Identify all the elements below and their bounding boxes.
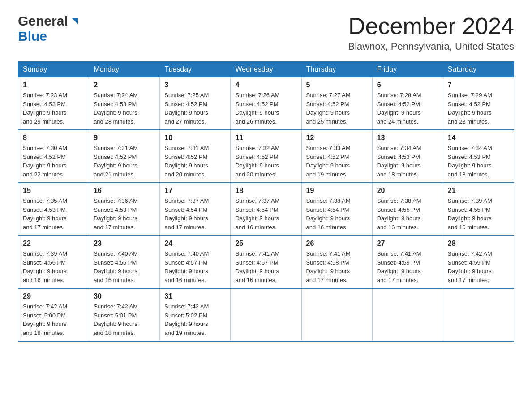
day-info: Sunrise: 7:29 AMSunset: 4:52 PMDaylight:… — [448, 91, 509, 126]
day-info: Sunrise: 7:37 AMSunset: 4:54 PMDaylight:… — [164, 197, 226, 231]
logo-general-text: General — [18, 13, 68, 29]
calendar-cell: 20 Sunrise: 7:38 AMSunset: 4:55 PMDaylig… — [372, 183, 443, 235]
day-info: Sunrise: 7:30 AMSunset: 4:52 PMDaylight:… — [23, 144, 84, 179]
page-header: General Blue December 2024 Blawnox, Penn… — [18, 13, 514, 52]
calendar-cell: 27 Sunrise: 7:41 AMSunset: 4:59 PMDaylig… — [372, 235, 443, 288]
day-number: 10 — [164, 134, 226, 142]
day-info: Sunrise: 7:41 AMSunset: 4:58 PMDaylight:… — [306, 249, 368, 284]
day-number: 16 — [94, 187, 155, 195]
day-info: Sunrise: 7:23 AMSunset: 4:53 PMDaylight:… — [23, 91, 84, 126]
day-info: Sunrise: 7:26 AMSunset: 4:52 PMDaylight:… — [235, 91, 296, 126]
day-number: 3 — [164, 81, 226, 89]
day-info: Sunrise: 7:39 AMSunset: 4:55 PMDaylight:… — [448, 197, 509, 231]
calendar-cell: 1 Sunrise: 7:23 AMSunset: 4:53 PMDayligh… — [18, 77, 89, 130]
calendar-cell: 23 Sunrise: 7:40 AMSunset: 4:56 PMDaylig… — [89, 235, 160, 288]
day-info: Sunrise: 7:32 AMSunset: 4:52 PMDaylight:… — [235, 144, 296, 179]
day-info: Sunrise: 7:40 AMSunset: 4:56 PMDaylight:… — [94, 249, 155, 284]
day-info: Sunrise: 7:42 AMSunset: 4:59 PMDaylight:… — [448, 249, 509, 284]
day-info: Sunrise: 7:33 AMSunset: 4:52 PMDaylight:… — [306, 144, 368, 179]
calendar-cell: 24 Sunrise: 7:40 AMSunset: 4:57 PMDaylig… — [160, 235, 231, 288]
calendar-table: SundayMondayTuesdayWednesdayThursdayFrid… — [18, 61, 514, 342]
day-info: Sunrise: 7:41 AMSunset: 4:59 PMDaylight:… — [377, 249, 438, 284]
calendar-cell — [301, 288, 372, 341]
day-info: Sunrise: 7:39 AMSunset: 4:56 PMDaylight:… — [23, 249, 84, 284]
day-number: 5 — [306, 81, 368, 89]
month-title: December 2024 — [348, 13, 514, 39]
calendar-cell: 5 Sunrise: 7:27 AMSunset: 4:52 PMDayligh… — [301, 77, 372, 130]
day-number: 18 — [235, 187, 296, 195]
day-number: 22 — [23, 240, 84, 248]
calendar-cell: 29 Sunrise: 7:42 AMSunset: 5:00 PMDaylig… — [18, 288, 89, 341]
day-number: 19 — [306, 187, 368, 195]
calendar-cell: 22 Sunrise: 7:39 AMSunset: 4:56 PMDaylig… — [18, 235, 89, 288]
calendar-cell: 6 Sunrise: 7:28 AMSunset: 4:52 PMDayligh… — [372, 77, 443, 130]
day-info: Sunrise: 7:34 AMSunset: 4:53 PMDaylight:… — [448, 144, 509, 179]
title-block: December 2024 Blawnox, Pennsylvania, Uni… — [348, 13, 514, 52]
calendar-cell: 10 Sunrise: 7:31 AMSunset: 4:52 PMDaylig… — [160, 130, 231, 183]
day-number: 21 — [448, 187, 509, 195]
day-number: 9 — [94, 134, 155, 142]
day-number: 14 — [448, 134, 509, 142]
day-number: 6 — [377, 81, 438, 89]
day-number: 7 — [448, 81, 509, 89]
day-number: 25 — [235, 240, 296, 248]
week-row-5: 29 Sunrise: 7:42 AMSunset: 5:00 PMDaylig… — [18, 288, 514, 341]
day-info: Sunrise: 7:28 AMSunset: 4:52 PMDaylight:… — [377, 91, 438, 126]
day-number: 29 — [23, 292, 84, 300]
calendar-cell: 15 Sunrise: 7:35 AMSunset: 4:53 PMDaylig… — [18, 183, 89, 235]
day-info: Sunrise: 7:34 AMSunset: 4:53 PMDaylight:… — [377, 144, 438, 179]
calendar-cell: 12 Sunrise: 7:33 AMSunset: 4:52 PMDaylig… — [301, 130, 372, 183]
day-number: 15 — [23, 187, 84, 195]
calendar-cell: 25 Sunrise: 7:41 AMSunset: 4:57 PMDaylig… — [231, 235, 301, 288]
day-info: Sunrise: 7:42 AMSunset: 5:02 PMDaylight:… — [164, 302, 226, 337]
day-number: 31 — [164, 292, 226, 300]
day-info: Sunrise: 7:41 AMSunset: 4:57 PMDaylight:… — [235, 249, 296, 284]
day-info: Sunrise: 7:38 AMSunset: 4:55 PMDaylight:… — [377, 197, 438, 231]
day-info: Sunrise: 7:35 AMSunset: 4:53 PMDaylight:… — [23, 197, 84, 231]
header-row: SundayMondayTuesdayWednesdayThursdayFrid… — [18, 62, 514, 77]
calendar-cell: 31 Sunrise: 7:42 AMSunset: 5:02 PMDaylig… — [160, 288, 231, 341]
calendar-body: 1 Sunrise: 7:23 AMSunset: 4:53 PMDayligh… — [18, 77, 514, 342]
logo-arrow-icon — [70, 16, 80, 28]
day-info: Sunrise: 7:25 AMSunset: 4:52 PMDaylight:… — [164, 91, 226, 126]
logo: General Blue — [18, 13, 80, 44]
calendar-cell: 17 Sunrise: 7:37 AMSunset: 4:54 PMDaylig… — [160, 183, 231, 235]
calendar-cell: 3 Sunrise: 7:25 AMSunset: 4:52 PMDayligh… — [160, 77, 231, 130]
week-row-4: 22 Sunrise: 7:39 AMSunset: 4:56 PMDaylig… — [18, 235, 514, 288]
day-number: 26 — [306, 240, 368, 248]
calendar-cell: 28 Sunrise: 7:42 AMSunset: 4:59 PMDaylig… — [443, 235, 514, 288]
logo-blue-text: Blue — [18, 29, 47, 44]
calendar-cell: 13 Sunrise: 7:34 AMSunset: 4:53 PMDaylig… — [372, 130, 443, 183]
day-number: 13 — [377, 134, 438, 142]
day-info: Sunrise: 7:37 AMSunset: 4:54 PMDaylight:… — [235, 197, 296, 231]
header-day-saturday: Saturday — [443, 62, 514, 77]
calendar-header: SundayMondayTuesdayWednesdayThursdayFrid… — [18, 62, 514, 77]
svg-marker-0 — [72, 18, 78, 24]
day-number: 27 — [377, 240, 438, 248]
header-day-monday: Monday — [89, 62, 160, 77]
day-number: 4 — [235, 81, 296, 89]
calendar-cell: 21 Sunrise: 7:39 AMSunset: 4:55 PMDaylig… — [443, 183, 514, 235]
header-day-tuesday: Tuesday — [160, 62, 231, 77]
calendar-cell — [231, 288, 301, 341]
day-info: Sunrise: 7:36 AMSunset: 4:53 PMDaylight:… — [94, 197, 155, 231]
calendar-cell: 30 Sunrise: 7:42 AMSunset: 5:01 PMDaylig… — [89, 288, 160, 341]
day-number: 17 — [164, 187, 226, 195]
day-number: 24 — [164, 240, 226, 248]
day-info: Sunrise: 7:31 AMSunset: 4:52 PMDaylight:… — [164, 144, 226, 179]
day-info: Sunrise: 7:38 AMSunset: 4:54 PMDaylight:… — [306, 197, 368, 231]
header-day-wednesday: Wednesday — [231, 62, 301, 77]
day-info: Sunrise: 7:31 AMSunset: 4:52 PMDaylight:… — [94, 144, 155, 179]
calendar-cell: 16 Sunrise: 7:36 AMSunset: 4:53 PMDaylig… — [89, 183, 160, 235]
day-number: 28 — [448, 240, 509, 248]
day-info: Sunrise: 7:40 AMSunset: 4:57 PMDaylight:… — [164, 249, 226, 284]
day-number: 30 — [94, 292, 155, 300]
calendar-cell: 2 Sunrise: 7:24 AMSunset: 4:53 PMDayligh… — [89, 77, 160, 130]
calendar-cell: 7 Sunrise: 7:29 AMSunset: 4:52 PMDayligh… — [443, 77, 514, 130]
calendar-cell — [372, 288, 443, 341]
day-number: 8 — [23, 134, 84, 142]
calendar-cell: 18 Sunrise: 7:37 AMSunset: 4:54 PMDaylig… — [231, 183, 301, 235]
week-row-2: 8 Sunrise: 7:30 AMSunset: 4:52 PMDayligh… — [18, 130, 514, 183]
calendar-cell: 19 Sunrise: 7:38 AMSunset: 4:54 PMDaylig… — [301, 183, 372, 235]
day-info: Sunrise: 7:42 AMSunset: 5:01 PMDaylight:… — [94, 302, 155, 337]
